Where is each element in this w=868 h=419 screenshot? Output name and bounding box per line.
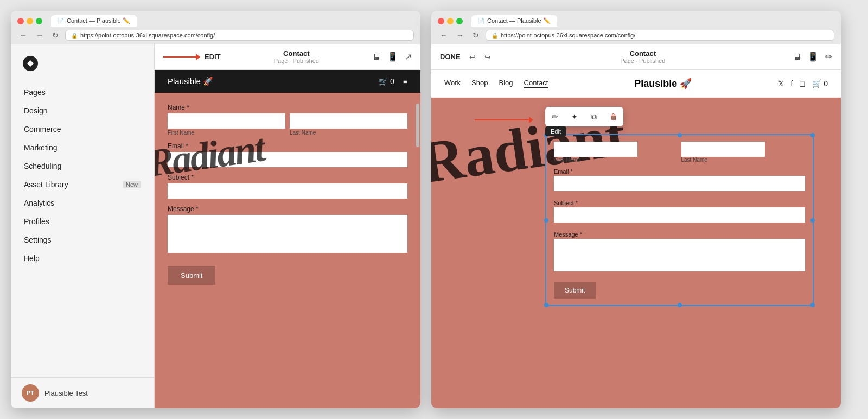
handle-bottom-center[interactable]: [678, 303, 682, 307]
address-bar[interactable]: 🔒 https://point-octopus-36xl.squarespace…: [65, 30, 414, 41]
last-name-sublabel: Last Name: [290, 130, 407, 136]
mobile-view-icon[interactable]: 📱: [387, 52, 398, 62]
sidebar-item-pages[interactable]: Pages: [11, 83, 154, 101]
nav-blog[interactable]: Blog: [499, 79, 513, 88]
subject-label: Subject *: [168, 174, 407, 181]
right-refresh-button[interactable]: ↻: [470, 30, 481, 41]
right-nav-links: Work Shop Blog Contact: [444, 79, 548, 88]
edit-label[interactable]: EDIT: [205, 53, 221, 61]
right-site-preview: Work Shop Blog Contact Plausible 🚀 𝕏 f ◻…: [431, 70, 841, 408]
sidebar-item-settings[interactable]: Settings: [11, 231, 154, 249]
sidebar-item-asset-library[interactable]: Asset Library New: [11, 175, 154, 194]
subject-input[interactable]: [168, 183, 407, 199]
arrow-head-icon: [196, 54, 200, 60]
right-tab-title: Contact — Plausible ✏️: [487, 17, 551, 24]
right-back-button[interactable]: ←: [438, 30, 450, 41]
right-forward-button[interactable]: →: [454, 30, 466, 41]
last-name-input[interactable]: [290, 113, 407, 129]
right-arrow-shaft: [475, 119, 529, 120]
nav-work[interactable]: Work: [444, 79, 461, 88]
done-button[interactable]: DONE: [440, 53, 461, 61]
message-field-group: Message *: [168, 205, 407, 255]
right-message-textarea[interactable]: [554, 239, 805, 271]
name-inputs-row: First Name Last Name: [168, 113, 407, 136]
right-submit-button[interactable]: Submit: [554, 282, 596, 299]
sidebar-item-analytics[interactable]: Analytics: [11, 194, 154, 212]
facebook-icon[interactable]: f: [790, 79, 793, 88]
right-browser-nav: ← → ↻ 🔒 https://point-octopus-36xl.squar…: [438, 30, 834, 41]
nav-contact[interactable]: Contact: [524, 79, 548, 88]
duplicate-block-button[interactable]: ⧉: [584, 107, 604, 126]
message-textarea[interactable]: [168, 215, 407, 253]
undo-button[interactable]: ↩: [467, 52, 478, 62]
sidebar: Pages Design Commerce Marketing Scheduli…: [11, 44, 155, 408]
first-name-input[interactable]: [168, 113, 285, 129]
handle-bottom-left[interactable]: [544, 303, 548, 307]
sidebar-item-design[interactable]: Design: [11, 101, 154, 120]
back-button[interactable]: ←: [17, 30, 29, 41]
right-app-body: DONE ↩ ↪ Contact Page · Published 🖥 📱 ✏: [431, 44, 841, 408]
right-desktop-view-icon[interactable]: 🖥: [793, 52, 801, 62]
url-text: https://point-octopus-36xl.squarespace.c…: [80, 32, 215, 39]
right-arrow-head: [529, 117, 533, 123]
handle-mid-left[interactable]: [544, 218, 548, 223]
first-name-sublabel: First Name: [168, 130, 285, 136]
message-label: Message *: [168, 205, 407, 213]
delete-block-button[interactable]: 🗑: [604, 107, 623, 126]
move-block-button[interactable]: ✦: [565, 107, 584, 126]
instagram-icon[interactable]: ◻: [799, 79, 806, 88]
tab-favicon: 📄: [58, 18, 64, 24]
edit-tooltip: Edit: [545, 126, 566, 136]
right-email-input[interactable]: [554, 176, 805, 191]
sidebar-item-profiles[interactable]: Profiles: [11, 212, 154, 231]
right-subject-input[interactable]: [554, 207, 805, 223]
minimize-button[interactable]: [27, 18, 33, 24]
handle-top-center[interactable]: [678, 133, 682, 137]
handle-bottom-right[interactable]: [810, 303, 815, 307]
handle-mid-right[interactable]: [810, 218, 815, 223]
submit-button[interactable]: Submit: [168, 266, 215, 285]
desktop-view-icon[interactable]: 🖥: [372, 52, 381, 62]
right-close-button[interactable]: [438, 18, 444, 24]
sidebar-item-marketing[interactable]: Marketing: [11, 138, 154, 157]
handle-top-right[interactable]: [810, 133, 815, 137]
forward-button[interactable]: →: [34, 30, 46, 41]
selected-form-block[interactable]: First Name Last Name Email *: [545, 134, 814, 306]
active-tab[interactable]: 📄 Contact — Plausible ✏️: [51, 15, 137, 27]
right-last-name-input[interactable]: [681, 142, 765, 157]
cart-icon: 🛒 0: [379, 77, 394, 86]
sidebar-item-help[interactable]: Help: [11, 249, 154, 268]
user-avatar: PT: [22, 384, 39, 402]
right-mobile-view-icon[interactable]: 📱: [808, 52, 819, 62]
sidebar-user[interactable]: PT Plausible Test: [11, 377, 154, 408]
right-lock-icon: 🔒: [492, 33, 498, 39]
right-first-name-input[interactable]: [554, 142, 637, 157]
twitter-icon[interactable]: 𝕏: [778, 79, 784, 88]
refresh-button[interactable]: ↻: [50, 30, 61, 41]
right-minimize-button[interactable]: [447, 18, 454, 24]
right-editor-top-bar: DONE ↩ ↪ Contact Page · Published 🖥 📱 ✏: [431, 44, 841, 70]
block-toolbar: ✏ ✦ ⧉ 🗑: [545, 107, 623, 126]
right-social-icons: 𝕏 f ◻ 🛒 0: [778, 79, 828, 88]
right-pen-icon[interactable]: ✏: [825, 52, 832, 62]
redo-button[interactable]: ↪: [482, 52, 493, 62]
nav-shop[interactable]: Shop: [471, 79, 488, 88]
left-arrow-annotation: [163, 54, 200, 60]
edit-block-button[interactable]: ✏: [545, 107, 565, 126]
email-input[interactable]: [168, 152, 407, 167]
sidebar-item-scheduling[interactable]: Scheduling: [11, 157, 154, 175]
right-maximize-button[interactable]: [456, 18, 463, 24]
sidebar-item-commerce[interactable]: Commerce: [11, 120, 154, 138]
close-button[interactable]: [17, 18, 24, 24]
preview-area: Plausible 🚀 🛒 0 ≡ Radiant: [155, 70, 420, 408]
right-subject-label: Subject *: [554, 200, 805, 206]
right-view-controls: 🖥 📱 ✏: [793, 52, 832, 62]
maximize-button[interactable]: [36, 18, 42, 24]
external-link-icon[interactable]: ↗: [405, 52, 412, 62]
form-section: Radiant Name * First Name: [155, 93, 420, 296]
right-first-name-sublabel: First Name: [554, 157, 678, 163]
scrollbar[interactable]: [416, 104, 419, 147]
right-active-tab[interactable]: 📄 Contact — Plausible ✏️: [471, 15, 557, 27]
right-address-bar[interactable]: 🔒 https://point-octopus-36xl.squarespace…: [486, 30, 834, 41]
right-cart-icon[interactable]: 🛒 0: [812, 79, 828, 88]
